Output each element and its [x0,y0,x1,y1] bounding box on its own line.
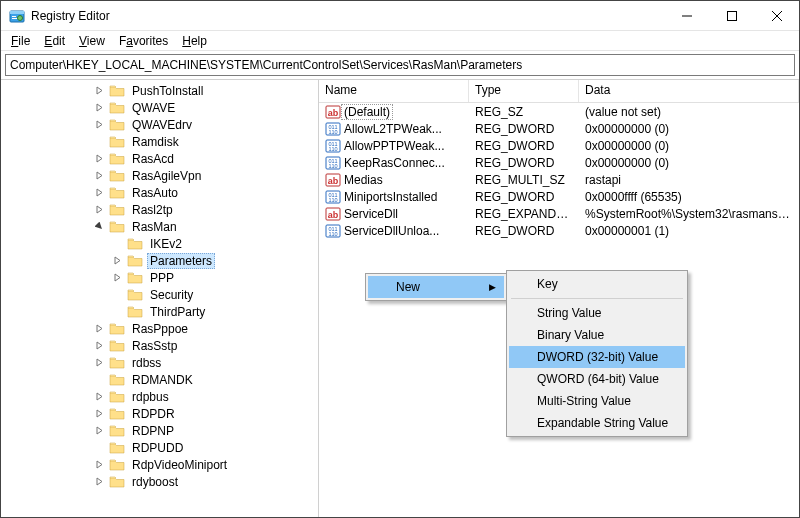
value-row[interactable]: abServiceDllREG_EXPAND_SZ%SystemRoot%\Sy… [319,205,799,222]
context-menu-item-label: Binary Value [537,328,604,342]
expand-icon[interactable] [95,188,109,197]
value-name: AllowL2TPWeak... [344,122,442,136]
folder-icon [109,441,125,454]
column-header-name[interactable]: Name [319,80,469,102]
value-row[interactable]: abMediasREG_MULTI_SZrastapi [319,171,799,188]
context-menu-item[interactable]: Multi-String Value [509,390,685,412]
value-row[interactable]: 011110AllowL2TPWeak...REG_DWORD0x0000000… [319,120,799,137]
menu-view[interactable]: View [73,32,111,50]
tree-item[interactable]: PPP [1,269,318,286]
expand-icon[interactable] [95,358,109,367]
body: PushToInstallQWAVEQWAVEdrvRamdiskRasAcdR… [1,79,799,517]
tree-item[interactable]: RDMANDK [1,371,318,388]
value-type: REG_DWORD [469,190,579,204]
expand-icon[interactable] [113,256,127,265]
expand-icon[interactable] [95,86,109,95]
tree-item[interactable]: RdpVideoMiniport [1,456,318,473]
close-button[interactable] [754,1,799,30]
expand-icon[interactable] [95,477,109,486]
tree-item[interactable]: RasAuto [1,184,318,201]
context-menu-item-label: Multi-String Value [537,394,631,408]
context-submenu-new: KeyString ValueBinary ValueDWORD (32-bit… [506,270,688,437]
value-row[interactable]: 011110AllowPPTPWeak...REG_DWORD0x0000000… [319,137,799,154]
context-menu-item-label: DWORD (32-bit) Value [537,350,658,364]
tree-item[interactable]: rdyboost [1,473,318,490]
column-header-type[interactable]: Type [469,80,579,102]
value-row[interactable]: 011110KeepRasConnec...REG_DWORD0x0000000… [319,154,799,171]
tree-item[interactable]: RasSstp [1,337,318,354]
context-menu-item[interactable]: Key [509,273,685,295]
expand-icon[interactable] [95,171,109,180]
address-bar[interactable]: Computer\HKEY_LOCAL_MACHINE\SYSTEM\Curre… [5,54,795,76]
menu-help[interactable]: Help [176,32,213,50]
tree-item[interactable]: RasPppoe [1,320,318,337]
tree-item[interactable]: RDPNP [1,422,318,439]
tree-item[interactable]: RasMan [1,218,318,235]
value-type: REG_DWORD [469,122,579,136]
folder-icon [109,390,125,403]
tree-item-label: RDPNP [129,424,177,438]
menu-file[interactable]: File [5,32,36,50]
value-row[interactable]: 011110ServiceDllUnloa...REG_DWORD0x00000… [319,222,799,239]
tree-item[interactable]: ThirdParty [1,303,318,320]
tree-item[interactable]: IKEv2 [1,235,318,252]
expand-icon[interactable] [95,460,109,469]
expand-icon[interactable] [113,273,127,282]
expand-icon[interactable] [95,341,109,350]
maximize-button[interactable] [709,1,754,30]
value-name: MiniportsInstalled [344,190,437,204]
tree-item[interactable]: Ramdisk [1,133,318,150]
tree-item[interactable]: QWAVEdrv [1,116,318,133]
tree-item[interactable]: rdpbus [1,388,318,405]
tree-item[interactable]: Parameters [1,252,318,269]
minimize-button[interactable] [664,1,709,30]
svg-text:110: 110 [328,163,337,169]
menu-favorites[interactable]: Favorites [113,32,174,50]
expand-icon[interactable] [95,426,109,435]
tree-item[interactable]: RDPUDD [1,439,318,456]
context-menu-item[interactable]: String Value [509,302,685,324]
expand-icon[interactable] [95,409,109,418]
context-menu-item-label: String Value [537,306,601,320]
expand-icon[interactable] [95,120,109,129]
expand-icon[interactable] [95,324,109,333]
menu-edit[interactable]: Edit [38,32,71,50]
tree-item[interactable]: Security [1,286,318,303]
tree-item-label: RasPppoe [129,322,191,336]
folder-icon [109,356,125,369]
tree-item[interactable]: QWAVE [1,99,318,116]
string-value-icon: ab [325,172,341,188]
folder-icon [127,237,143,250]
value-row[interactable]: 011110MiniportsInstalledREG_DWORD0x0000f… [319,188,799,205]
tree-item-label: IKEv2 [147,237,185,251]
context-menu-item[interactable]: DWORD (32-bit) Value [509,346,685,368]
value-data: (value not set) [579,105,799,119]
tree-item[interactable]: RDPDR [1,405,318,422]
svg-text:110: 110 [328,129,337,135]
context-menu-item[interactable]: Binary Value [509,324,685,346]
tree-item[interactable]: PushToInstall [1,82,318,99]
tree-item[interactable]: RasAcd [1,150,318,167]
folder-icon [109,152,125,165]
collapse-icon[interactable] [95,222,109,231]
tree-item[interactable]: Rasl2tp [1,201,318,218]
registry-tree[interactable]: PushToInstallQWAVEQWAVEdrvRamdiskRasAcdR… [1,80,318,517]
folder-icon [109,220,125,233]
context-menu-new[interactable]: New ▶ [368,276,504,298]
value-row[interactable]: ab(Default)REG_SZ(value not set) [319,103,799,120]
value-type: REG_SZ [469,105,579,119]
expand-icon[interactable] [95,103,109,112]
context-menu-item[interactable]: Expandable String Value [509,412,685,434]
tree-item-label: PushToInstall [129,84,206,98]
tree-item-label: RasMan [129,220,180,234]
column-header-data[interactable]: Data [579,80,799,102]
context-menu-item-label: QWORD (64-bit) Value [537,372,659,386]
expand-icon[interactable] [95,205,109,214]
tree-item[interactable]: rdbss [1,354,318,371]
expand-icon[interactable] [95,392,109,401]
folder-icon [127,254,143,267]
tree-item[interactable]: RasAgileVpn [1,167,318,184]
folder-icon [109,135,125,148]
expand-icon[interactable] [95,154,109,163]
context-menu-item[interactable]: QWORD (64-bit) Value [509,368,685,390]
